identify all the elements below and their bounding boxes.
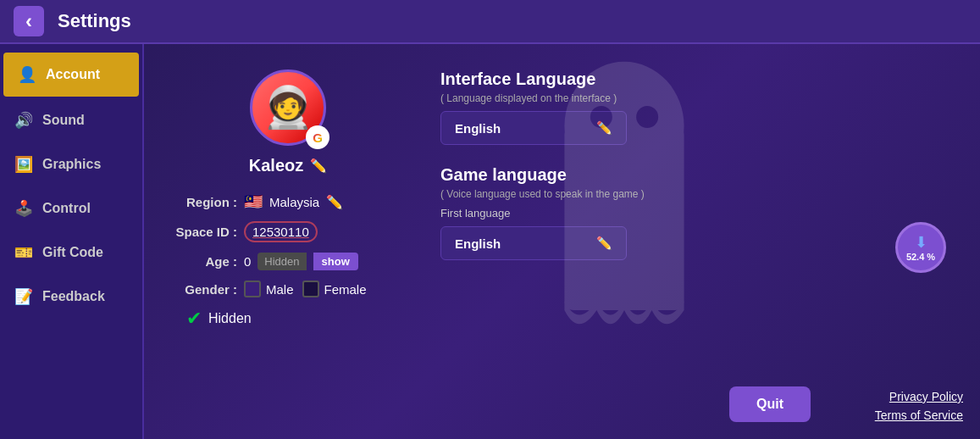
privacy-policy-link[interactable]: Privacy Policy [889, 390, 963, 403]
gender-female-checkbox[interactable] [302, 281, 319, 297]
sidebar-item-graphics-label: Graphics [42, 157, 101, 172]
age-row: Age : 0 Hidden show [169, 253, 407, 270]
spaceid-label: Space ID : [169, 225, 237, 239]
control-icon: 🕹️ [14, 198, 34, 219]
gender-row: Gender : Male Female [169, 281, 407, 297]
quit-button[interactable]: Quit [729, 386, 811, 422]
gender-options: Male Female [244, 281, 367, 297]
sidebar-item-account-label: Account [46, 67, 100, 82]
hidden-badge: Hidden [257, 253, 306, 270]
sidebar-item-feedback-label: Feedback [42, 289, 105, 304]
sidebar-item-gift-code-label: Gift Code [42, 245, 103, 260]
svg-rect-1 [564, 126, 684, 310]
sidebar-item-control[interactable]: 🕹️ Control [0, 186, 142, 231]
region-value: Malaysia [269, 195, 319, 209]
gender-female-label: Female [324, 282, 367, 297]
gender-label: Gender : [169, 282, 237, 297]
header-title: Settings [58, 10, 131, 32]
google-badge: G [306, 125, 329, 149]
google-icon: G [313, 131, 323, 145]
region-row: Region : 🇲🇾 Malaysia ✏️ [169, 192, 407, 211]
show-age-button[interactable]: show [313, 253, 358, 270]
spaceid-value: 12530110 [244, 221, 318, 242]
sidebar-item-sound-label: Sound [42, 113, 85, 128]
hidden-status-text: Hidden [208, 311, 252, 326]
age-label: Age : [169, 254, 237, 269]
sound-icon: 🔊 [14, 110, 34, 131]
edit-region-icon[interactable]: ✏️ [326, 194, 343, 210]
age-visibility-control: Hidden show [257, 253, 357, 270]
sidebar-item-account[interactable]: 👤 Account [3, 53, 139, 97]
gender-male-option[interactable]: Male [244, 281, 294, 297]
sidebar-item-control-label: Control [42, 201, 91, 216]
sidebar-item-gift-code[interactable]: 🎫 Gift Code [0, 231, 142, 275]
hidden-row: ✔ Hidden [186, 308, 407, 330]
profile-section: 🧑‍🚀 G Kaleoz ✏️ Region : 🇲🇾 Malaysia ✏️ [169, 61, 407, 422]
download-icon: ⬇ [915, 233, 927, 252]
username-text: Kaleoz [249, 156, 303, 175]
download-badge[interactable]: ⬇ 52.4 % [895, 222, 946, 273]
ghost-silhouette [540, 53, 709, 375]
svg-point-3 [636, 106, 658, 128]
spaceid-row: Space ID : 12530110 [169, 221, 407, 242]
sidebar: 👤 Account 🔊 Sound 🖼️ Graphics 🕹️ Control… [0, 44, 144, 439]
main-layout: 👤 Account 🔊 Sound 🖼️ Graphics 🕹️ Control… [0, 44, 980, 439]
gender-male-label: Male [266, 282, 294, 297]
username-row: Kaleoz ✏️ [249, 156, 327, 175]
age-value: 0 [244, 254, 251, 269]
header: Settings [0, 0, 980, 44]
terms-of-service-link[interactable]: Terms of Service [875, 408, 963, 422]
bottom-links: Privacy Policy Terms of Service [875, 390, 963, 422]
sidebar-item-sound[interactable]: 🔊 Sound [0, 98, 142, 142]
game-language-value: English [455, 236, 501, 251]
gift-code-icon: 🎫 [14, 242, 34, 263]
account-icon: 👤 [17, 64, 37, 85]
avatar-astronaut-icon: 🧑‍🚀 [263, 87, 313, 128]
checkmark-icon: ✔ [186, 308, 202, 330]
feedback-icon: 📝 [14, 286, 34, 307]
region-label: Region : [169, 195, 237, 209]
interface-language-value: English [455, 121, 501, 136]
avatar-container: 🧑‍🚀 G [250, 69, 326, 146]
content-area: 🧑‍🚀 G Kaleoz ✏️ Region : 🇲🇾 Malaysia ✏️ [144, 44, 980, 439]
malaysia-flag-icon: 🇲🇾 [244, 192, 263, 211]
edit-username-icon[interactable]: ✏️ [310, 158, 327, 174]
back-button[interactable] [14, 6, 44, 36]
download-percent: 52.4 % [906, 252, 935, 262]
info-table: Region : 🇲🇾 Malaysia ✏️ Space ID : 12530… [169, 192, 407, 330]
graphics-icon: 🖼️ [14, 154, 34, 175]
sidebar-item-graphics[interactable]: 🖼️ Graphics [0, 142, 142, 186]
gender-female-option[interactable]: Female [302, 281, 367, 297]
sidebar-item-feedback[interactable]: 📝 Feedback [0, 275, 142, 319]
gender-male-checkbox[interactable] [244, 281, 261, 297]
svg-point-2 [590, 106, 612, 128]
